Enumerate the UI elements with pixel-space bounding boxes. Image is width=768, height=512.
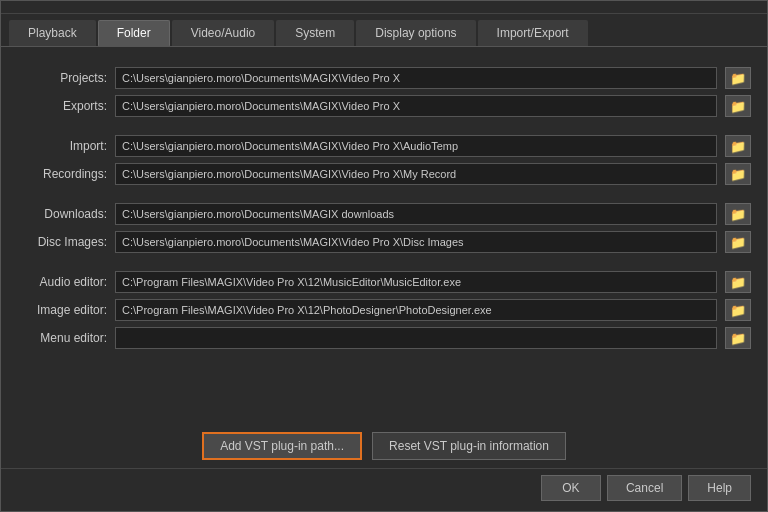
folder-button-projects[interactable]: 📁 [725, 67, 751, 89]
input-projects[interactable] [115, 67, 717, 89]
label-import: Import: [17, 139, 107, 153]
bottom-button-help[interactable]: Help [688, 475, 751, 501]
tab-import-export[interactable]: Import/Export [478, 20, 588, 46]
vst-actions: Add VST plug-in path...Reset VST plug-in… [1, 422, 767, 468]
folder-button-recordings[interactable]: 📁 [725, 163, 751, 185]
program-settings-dialog: PlaybackFolderVideo/AudioSystemDisplay o… [0, 0, 768, 512]
folder-button-disc-images[interactable]: 📁 [725, 231, 751, 253]
spacer [17, 259, 751, 265]
folder-button-import[interactable]: 📁 [725, 135, 751, 157]
input-audio-editor[interactable] [115, 271, 717, 293]
input-downloads[interactable] [115, 203, 717, 225]
folder-button-image-editor[interactable]: 📁 [725, 299, 751, 321]
input-image-editor[interactable] [115, 299, 717, 321]
input-menu-editor[interactable] [115, 327, 717, 349]
label-disc-images: Disc Images: [17, 235, 107, 249]
bottom-button-ok[interactable]: OK [541, 475, 601, 501]
label-recordings: Recordings: [17, 167, 107, 181]
folder-button-menu-editor[interactable]: 📁 [725, 327, 751, 349]
input-recordings[interactable] [115, 163, 717, 185]
form-row-menu-editor: Menu editor:📁 [17, 327, 751, 349]
action-button-add-vst[interactable]: Add VST plug-in path... [202, 432, 362, 460]
tab-system[interactable]: System [276, 20, 354, 46]
tab-video-audio[interactable]: Video/Audio [172, 20, 275, 46]
label-audio-editor: Audio editor: [17, 275, 107, 289]
folder-button-exports[interactable]: 📁 [725, 95, 751, 117]
title-bar [1, 1, 767, 14]
bottom-bar: OKCancelHelp [1, 468, 767, 511]
form-row-projects: Projects:📁 [17, 67, 751, 89]
input-disc-images[interactable] [115, 231, 717, 253]
form-row-audio-editor: Audio editor:📁 [17, 271, 751, 293]
folder-button-downloads[interactable]: 📁 [725, 203, 751, 225]
label-image-editor: Image editor: [17, 303, 107, 317]
spacer [17, 123, 751, 129]
form-row-disc-images: Disc Images:📁 [17, 231, 751, 253]
form-row-recordings: Recordings:📁 [17, 163, 751, 185]
form-row-exports: Exports:📁 [17, 95, 751, 117]
action-button-reset-vst[interactable]: Reset VST plug-in information [372, 432, 566, 460]
label-exports: Exports: [17, 99, 107, 113]
spacer [17, 191, 751, 197]
tab-folder[interactable]: Folder [98, 20, 170, 46]
tab-bar: PlaybackFolderVideo/AudioSystemDisplay o… [1, 14, 767, 47]
label-menu-editor: Menu editor: [17, 331, 107, 345]
label-downloads: Downloads: [17, 207, 107, 221]
bottom-button-cancel[interactable]: Cancel [607, 475, 682, 501]
label-projects: Projects: [17, 71, 107, 85]
folder-button-audio-editor[interactable]: 📁 [725, 271, 751, 293]
form-row-image-editor: Image editor:📁 [17, 299, 751, 321]
form-row-import: Import:📁 [17, 135, 751, 157]
content-area: Projects:📁Exports:📁Import:📁Recordings:📁D… [1, 47, 767, 422]
tab-playback[interactable]: Playback [9, 20, 96, 46]
tab-display-options[interactable]: Display options [356, 20, 475, 46]
input-import[interactable] [115, 135, 717, 157]
input-exports[interactable] [115, 95, 717, 117]
form-row-downloads: Downloads:📁 [17, 203, 751, 225]
folder-form: Projects:📁Exports:📁Import:📁Recordings:📁D… [17, 67, 751, 412]
